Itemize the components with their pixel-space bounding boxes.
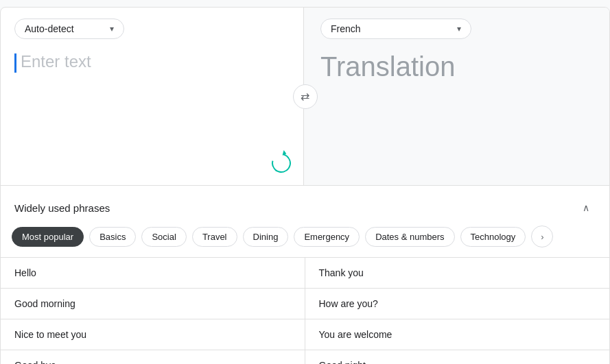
source-text-area[interactable]: Enter text: [14, 50, 292, 174]
phrases-title: Widely used phrases: [14, 202, 110, 214]
category-emergency[interactable]: Emergency: [294, 227, 360, 247]
source-panel: Auto-detect ▾ Enter text: [1, 8, 304, 185]
text-cursor: [14, 53, 16, 73]
collapse-phrases-button[interactable]: ∧: [576, 198, 596, 217]
phrases-header: Widely used phrases ∧: [1, 186, 609, 226]
target-lang-label: French: [331, 23, 361, 34]
phrases-section: Widely used phrases ∧ Most popular Basic…: [1, 186, 609, 364]
target-panel: French ▾ Translation: [304, 8, 609, 185]
translation-placeholder: Translation: [320, 51, 455, 82]
source-placeholder: Enter text: [21, 52, 91, 71]
target-lang-chevron-icon: ▾: [457, 24, 461, 34]
target-lang-dropdown[interactable]: French ▾: [320, 19, 471, 39]
category-social[interactable]: Social: [141, 227, 186, 247]
categories-next-button[interactable]: ›: [531, 226, 553, 247]
swap-icon: ⇄: [301, 90, 309, 103]
swap-languages-button[interactable]: ⇄: [293, 84, 318, 109]
phrase-item[interactable]: Hello: [1, 258, 305, 289]
refresh-icon[interactable]: [270, 152, 292, 174]
category-technology[interactable]: Technology: [460, 227, 526, 247]
chevron-up-icon: ∧: [583, 202, 589, 213]
phrase-item[interactable]: You are welcome: [305, 319, 610, 350]
category-dates-numbers[interactable]: Dates & numbers: [365, 227, 454, 247]
source-lang-label: Auto-detect: [25, 23, 74, 34]
category-travel[interactable]: Travel: [192, 227, 237, 247]
source-lang-dropdown[interactable]: Auto-detect ▾: [14, 19, 124, 39]
category-basics[interactable]: Basics: [89, 227, 136, 247]
phrase-item[interactable]: Good bye: [1, 350, 305, 364]
target-lang-selector: French ▾: [320, 19, 598, 39]
translator-container: Auto-detect ▾ Enter text ⇄ French ▾: [0, 7, 610, 364]
phrase-item[interactable]: Thank you: [305, 258, 610, 289]
translation-output: Translation: [320, 50, 598, 174]
phrase-item[interactable]: Good morning: [1, 289, 305, 319]
refresh-circle: [268, 150, 294, 176]
source-lang-chevron-icon: ▾: [110, 24, 114, 34]
category-dining[interactable]: Dining: [243, 227, 289, 247]
category-most-popular[interactable]: Most popular: [12, 227, 84, 247]
categories-row: Most popular Basics Social Travel Dining…: [1, 226, 609, 257]
phrase-item[interactable]: How are you?: [305, 289, 610, 319]
chevron-right-icon: ›: [541, 232, 543, 242]
phrase-item[interactable]: Nice to meet you: [1, 319, 305, 350]
translate-area: Auto-detect ▾ Enter text ⇄ French ▾: [1, 8, 609, 186]
phrases-grid: Hello Thank you Good morning How are you…: [1, 257, 609, 364]
phrase-item[interactable]: Good night: [305, 350, 610, 364]
source-lang-selector: Auto-detect ▾: [14, 19, 292, 39]
